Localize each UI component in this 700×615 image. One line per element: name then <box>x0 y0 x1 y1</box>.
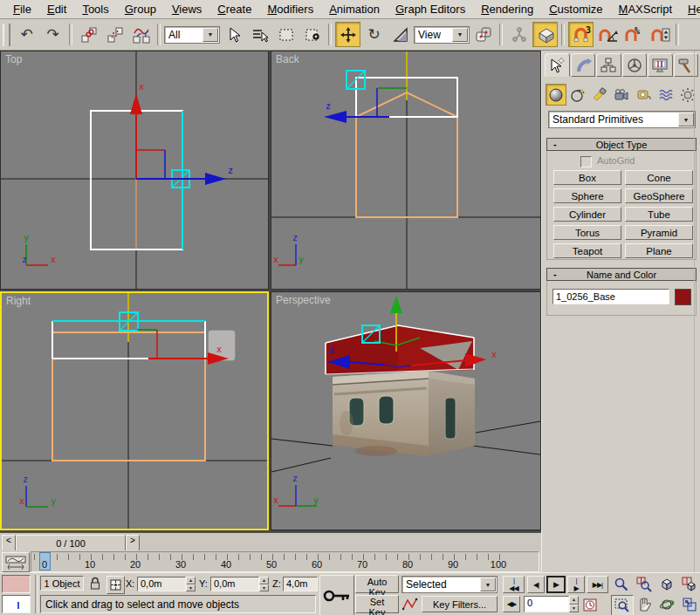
tube-button[interactable]: Tube <box>625 207 693 222</box>
use-pivot-point-center-button[interactable] <box>470 22 496 47</box>
min-max-toggle-button[interactable] <box>679 595 700 614</box>
select-object-button[interactable] <box>221 22 246 47</box>
cylinder-button[interactable]: Cylinder <box>553 207 621 222</box>
menu-file[interactable]: File <box>5 1 39 17</box>
building-model[interactable] <box>333 371 475 456</box>
pyramid-button[interactable]: Pyramid <box>625 225 693 240</box>
tab-hierarchy[interactable] <box>596 53 621 77</box>
select-and-scale-button[interactable] <box>388 22 413 47</box>
tab-modify[interactable] <box>571 53 596 77</box>
go-to-start-button[interactable]: |◀◀ <box>503 576 525 593</box>
track-bar-ruler[interactable] <box>31 551 539 572</box>
zoom-button[interactable] <box>611 575 632 594</box>
spinner-down-icon[interactable]: ▼ <box>569 605 579 613</box>
region-zoom-button[interactable] <box>611 595 634 615</box>
y-spinner[interactable]: ▲▼ <box>259 577 269 591</box>
time-slider-handle[interactable]: 0 / 100 <box>16 535 126 551</box>
keyboard-shortcut-override-button[interactable] <box>532 22 558 47</box>
category-helpers-button[interactable] <box>634 84 655 106</box>
category-systems-button[interactable] <box>677 84 698 106</box>
reference-coordinate-dropdown[interactable]: View ▼ <box>414 26 470 44</box>
menu-views[interactable]: Views <box>164 1 209 17</box>
viewport-perspective-canvas[interactable]: x z z x y <box>271 292 540 530</box>
menu-graph-editors[interactable]: Graph Editors <box>388 1 473 17</box>
next-frame-button[interactable]: |▶ <box>567 576 585 593</box>
torus-button[interactable]: Torus <box>553 225 621 240</box>
viewport-top-canvas[interactable]: x z y z x <box>1 51 268 289</box>
undo-button[interactable]: ↶ <box>14 22 39 47</box>
menu-modifiers[interactable]: Modifiers <box>259 1 321 17</box>
menu-animation[interactable]: Animation <box>321 1 388 17</box>
redo-button[interactable]: ↷ <box>40 22 65 47</box>
object-name-input[interactable] <box>552 289 669 304</box>
spinner-down-icon[interactable]: ▼ <box>186 584 196 592</box>
key-filter-selection-dropdown[interactable]: Selected ▼ <box>401 576 498 593</box>
name-color-rollout-header[interactable]: - Name and Color <box>546 268 697 281</box>
geosphere-button[interactable]: GeoSphere <box>625 188 693 203</box>
previous-frame-button[interactable]: ◀| <box>527 576 545 593</box>
category-cameras-button[interactable] <box>611 84 632 106</box>
spinner-snap-button[interactable] <box>647 22 672 47</box>
viewport-top-label[interactable]: Top <box>5 53 22 65</box>
x-spinner[interactable]: ▲▼ <box>186 577 196 591</box>
box-button[interactable]: Box <box>553 170 621 185</box>
key-filters-button[interactable]: Key Filters... <box>422 596 498 612</box>
menu-customize[interactable]: Customize <box>541 1 610 17</box>
key-mode-toggle-button[interactable]: ◀▶ <box>503 596 520 612</box>
z-coordinate-field[interactable]: 4,0m <box>283 577 318 591</box>
select-and-manipulate-button[interactable] <box>506 22 532 47</box>
y-coordinate-field[interactable]: 0,0m <box>210 577 259 591</box>
object-type-rollout-header[interactable]: - Object Type <box>546 138 697 151</box>
select-and-link-button[interactable] <box>76 22 101 47</box>
select-by-name-button[interactable] <box>247 22 272 47</box>
percent-snap-button[interactable]: % <box>621 22 646 47</box>
primitives-category-dropdown[interactable]: Standard Primitives ▼ <box>548 111 696 128</box>
current-frame-field[interactable]: 0 <box>524 596 569 612</box>
snaps-toggle-button[interactable]: 3 <box>568 22 594 47</box>
selection-lock-toggle[interactable] <box>88 576 104 591</box>
play-button[interactable]: ▶ <box>546 576 566 593</box>
viewport-perspective-label[interactable]: Perspective <box>276 294 331 306</box>
maxscript-listener-input-pane[interactable] <box>2 595 31 613</box>
bind-to-spacewarp-button[interactable] <box>128 22 154 47</box>
viewport-back-label[interactable]: Back <box>276 53 299 65</box>
sphere-button[interactable]: Sphere <box>553 188 621 203</box>
viewport-perspective[interactable]: Perspective <box>271 291 541 530</box>
angle-snap-button[interactable] <box>594 22 620 47</box>
tab-create[interactable] <box>545 53 570 77</box>
viewport-right-active[interactable]: Right <box>0 291 269 530</box>
tab-display[interactable] <box>648 53 673 77</box>
window-crossing-button[interactable] <box>299 22 325 47</box>
absolute-offset-mode-button[interactable] <box>106 576 125 594</box>
time-configuration-button[interactable] <box>581 596 599 612</box>
viewport-right-canvas[interactable]: x z x y <box>2 293 267 529</box>
category-geometry-button[interactable] <box>546 84 566 106</box>
teapot-button[interactable]: Teapot <box>553 243 621 258</box>
next-frame-arrow[interactable]: > <box>126 535 140 551</box>
go-to-end-button[interactable]: ▶▶| <box>587 576 608 593</box>
menu-rendering[interactable]: Rendering <box>473 1 541 17</box>
category-spacewarps-button[interactable] <box>655 84 676 106</box>
toolbar-drag-handle[interactable] <box>3 24 10 46</box>
spinner-up-icon[interactable]: ▲ <box>569 596 579 605</box>
spinner-up-icon[interactable]: ▲ <box>259 577 269 584</box>
maxscript-listener-macro-pane[interactable] <box>2 575 31 593</box>
x-coordinate-field[interactable]: 0,0m <box>137 577 186 591</box>
dropdown-arrow-icon[interactable]: ▼ <box>452 28 468 42</box>
category-shapes-button[interactable] <box>567 84 588 106</box>
menu-tools[interactable]: Tools <box>74 1 116 17</box>
zoom-extents-all-button[interactable] <box>679 575 700 594</box>
set-key-button[interactable]: Set Key <box>355 595 399 613</box>
spinner-up-icon[interactable]: ▲ <box>186 577 196 584</box>
select-and-move-button[interactable] <box>335 22 360 47</box>
dropdown-arrow-icon[interactable]: ▼ <box>678 113 694 126</box>
select-and-rotate-button[interactable]: ↻ <box>361 22 387 47</box>
arc-rotate-button[interactable] <box>656 595 677 614</box>
cone-button[interactable]: Cone <box>625 170 693 185</box>
menu-group[interactable]: Group <box>117 1 164 17</box>
unlink-button[interactable] <box>102 22 127 47</box>
previous-frame-arrow[interactable]: < <box>2 535 16 551</box>
frame-spinner[interactable]: ▲▼ <box>569 596 579 612</box>
viewport-back[interactable]: Back z <box>271 51 541 290</box>
tab-motion[interactable] <box>622 53 648 77</box>
